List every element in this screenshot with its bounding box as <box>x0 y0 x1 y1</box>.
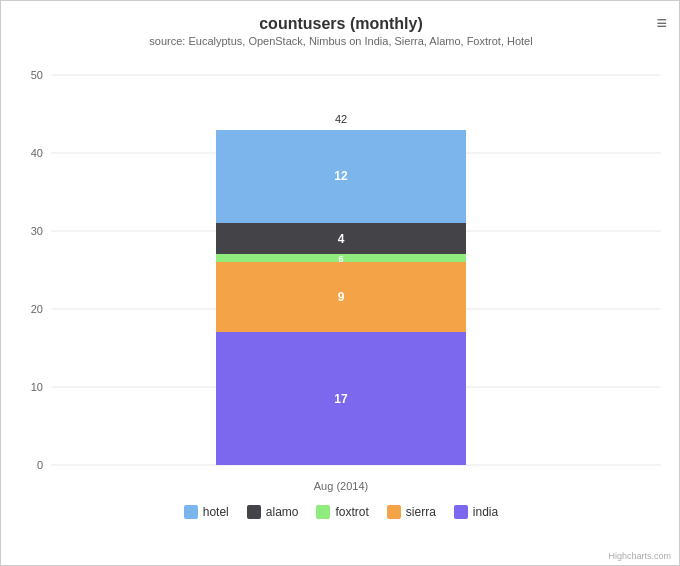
chart-svg-area: 50 40 30 20 10 0 17 9 6 4 <box>1 55 680 505</box>
xaxis-label: Aug (2014) <box>314 480 368 492</box>
legend-label-foxtrot: foxtrot <box>335 505 368 519</box>
svg-text:30: 30 <box>31 225 43 237</box>
legend-item-sierra[interactable]: sierra <box>387 505 436 519</box>
svg-text:12: 12 <box>334 169 348 183</box>
legend-swatch-india <box>454 505 468 519</box>
svg-text:4: 4 <box>338 232 345 246</box>
legend-swatch-sierra <box>387 505 401 519</box>
legend-swatch-foxtrot <box>316 505 330 519</box>
legend-label-sierra: sierra <box>406 505 436 519</box>
hamburger-menu[interactable]: ≡ <box>656 13 667 34</box>
svg-text:9: 9 <box>338 290 345 304</box>
legend-label-hotel: hotel <box>203 505 229 519</box>
svg-text:6: 6 <box>338 254 343 264</box>
legend-swatch-alamo <box>247 505 261 519</box>
svg-text:10: 10 <box>31 381 43 393</box>
chart-subtitle: source: Eucalyptus, OpenStack, Nimbus on… <box>1 35 680 55</box>
chart-container: countusers (monthly) source: Eucalyptus,… <box>1 1 680 566</box>
legend-item-india[interactable]: india <box>454 505 498 519</box>
legend-swatch-hotel <box>184 505 198 519</box>
legend-label-india: india <box>473 505 498 519</box>
chart-title: countusers (monthly) <box>1 1 680 35</box>
svg-text:50: 50 <box>31 69 43 81</box>
highcharts-credit: Highcharts.com <box>608 551 671 561</box>
legend-item-alamo[interactable]: alamo <box>247 505 299 519</box>
legend-label-alamo: alamo <box>266 505 299 519</box>
bar-top-label: 42 <box>335 113 347 125</box>
svg-text:17: 17 <box>334 392 348 406</box>
legend-item-hotel[interactable]: hotel <box>184 505 229 519</box>
svg-text:20: 20 <box>31 303 43 315</box>
legend-item-foxtrot[interactable]: foxtrot <box>316 505 368 519</box>
svg-text:0: 0 <box>37 459 43 471</box>
svg-text:40: 40 <box>31 147 43 159</box>
